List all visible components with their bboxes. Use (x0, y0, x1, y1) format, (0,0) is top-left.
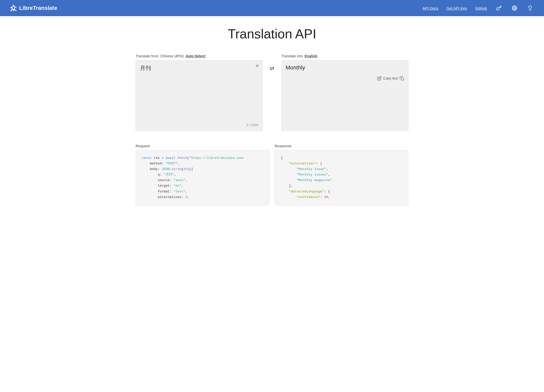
nav-api-docs[interactable]: API Docs (423, 6, 438, 10)
lightbulb-icon (527, 5, 533, 11)
page-title: Translation API (136, 26, 408, 41)
nav-get-api-key[interactable]: Get API Key (447, 6, 467, 10)
edit-icon (377, 76, 382, 81)
request-code-block: const res = await fetch("https://libretr… (136, 150, 269, 205)
copy-text-label: Copy text (383, 76, 398, 80)
source-input[interactable]: 月刊 (140, 64, 258, 120)
source-label: Translate from: Chinese (45%) Auto Detec… (136, 54, 263, 58)
target-lang-link[interactable]: English (305, 54, 317, 58)
target-textarea-wrapper: Monthly Copy text (281, 60, 408, 131)
brand-name: LibreTranslate (19, 5, 57, 11)
clear-button[interactable]: ✕ (255, 63, 259, 68)
globe-icon (512, 5, 517, 11)
key-icon-button[interactable] (495, 4, 503, 12)
source-label-prefix: Translate from: Chinese (45%) (136, 54, 184, 58)
brand-link[interactable]: 众 LibreTranslate (10, 4, 57, 13)
response-label: Response (275, 144, 408, 148)
source-panel: Translate from: Chinese (45%) Auto Detec… (136, 54, 263, 131)
source-char-count-area: 2 / 2000 (140, 123, 258, 127)
nav-github[interactable]: GitHub (475, 6, 487, 10)
navbar: 众 LibreTranslate API Docs Get API Key Gi… (0, 0, 544, 16)
translate-section: Translate from: Chinese (45%) Auto Detec… (136, 54, 408, 131)
target-label-prefix: Translate into (281, 54, 303, 58)
char-count: 2 / 2000 (246, 123, 258, 127)
globe-icon-button[interactable] (511, 4, 518, 12)
copy-text-button[interactable]: Copy text (377, 76, 404, 81)
nav-links: API Docs Get API Key GitHub (423, 4, 534, 12)
request-panel: Request const res = await fetch("https:/… (136, 144, 269, 205)
source-textarea-wrapper: ✕ 月刊 2 / 2000 (136, 60, 263, 131)
logo-icon: 众 (10, 4, 17, 13)
svg-rect-5 (401, 78, 404, 80)
target-footer: Copy text (286, 76, 404, 81)
copy-icon (400, 76, 404, 81)
request-label: Request (136, 144, 269, 148)
code-section: Request const res = await fetch("https:/… (136, 144, 408, 205)
response-panel: Response { "alternatives": [ "Monthly is… (275, 144, 408, 205)
target-output: Monthly (286, 64, 404, 74)
lightbulb-icon-button[interactable] (526, 4, 534, 12)
key-icon (496, 5, 502, 11)
response-code-block: { "alternatives": [ "Monthly issue", "Mo… (275, 150, 408, 205)
target-panel: Translate into English Monthly Copy text (281, 54, 408, 131)
source-lang-link[interactable]: Auto Detect (186, 54, 206, 58)
target-label: Translate into English (281, 54, 408, 58)
swap-languages-button[interactable]: ⇄ (268, 63, 276, 74)
main-content: Translation API Translate from: Chinese … (120, 16, 424, 215)
